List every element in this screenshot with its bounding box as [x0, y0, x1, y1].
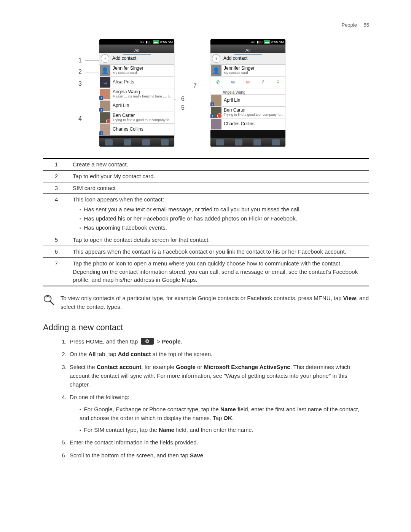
list-item: On the All tab, tap Add contact at the t… [68, 350, 369, 358]
plus-icon: + [101, 54, 109, 63]
tab-icon[interactable] [105, 139, 113, 145]
contact-row[interactable]: Ben CarterTrying to find a good tour com… [99, 112, 174, 124]
avatar-icon: f [211, 95, 221, 106]
bottom-tab-bar [99, 138, 174, 147]
list-item: Has updated his or her Facebook profile … [80, 214, 369, 223]
plus-icon: + [212, 54, 220, 63]
bottom-tab-bar [210, 138, 285, 147]
facebook-badge-icon: f [210, 102, 214, 106]
avatar-icon: f [100, 124, 110, 135]
list-item: Enter the contact information in the fie… [68, 438, 369, 447]
avatar-icon [211, 119, 221, 129]
list-item: Press HOME, and then tap > People. [68, 337, 369, 346]
tab-icon[interactable] [216, 139, 224, 145]
add-contact-label: Add contact [112, 56, 136, 61]
callout-legend-table: 1Create a new contact. 2Tap to edit your… [43, 158, 369, 286]
contact-row[interactable]: ▭ Alisa Pritts [99, 77, 174, 88]
my-contact-card-row[interactable]: 👤 Jennifer SingerMy contact card [99, 65, 174, 77]
contact-row[interactable]: f Ben CarterTrying to find a good tour c… [210, 107, 285, 118]
email-icon[interactable]: ✉ [244, 78, 252, 86]
map-icon[interactable]: ⚲ [274, 78, 282, 86]
status-bar: 3G ▮▯▯ ▬ 8:55 AM [210, 39, 285, 45]
sub-list: For Google, Exchange or Phone contact ty… [70, 405, 369, 435]
tab-icon[interactable] [142, 139, 150, 145]
clock: 8:55 AM [160, 40, 173, 44]
callout-4: 4 [76, 115, 101, 122]
call-icon[interactable]: ✆ [214, 78, 222, 86]
contact-row[interactable]: f April Lin [99, 100, 174, 112]
network-icon: 3G [251, 40, 255, 44]
filter-tab-bar: All [99, 45, 174, 53]
tab-icon[interactable] [272, 139, 280, 145]
table-row: 7Tap the photo or icon to open a menu wh… [43, 257, 369, 286]
manual-page: People 55 1 2 3 4 5 6 7 3G ▮▯▯ ▬ 8:55 AM… [0, 0, 411, 486]
quick-communicate-menu[interactable]: ✆ ✉ ✉ f ⚲ [210, 77, 285, 88]
signal-icon: ▮▯▯ [257, 40, 263, 44]
facebook-badge-icon: f [99, 108, 103, 112]
table-row: 3SIM card contact [43, 182, 369, 194]
callout-2: 2 [76, 69, 101, 75]
battery-icon: ▬ [153, 40, 159, 44]
notification-badge-icon [217, 113, 222, 118]
tab-all[interactable]: All [234, 47, 262, 55]
avatar-icon [100, 112, 110, 123]
sim-card-icon: ▭ [100, 77, 110, 88]
contact-row[interactable]: f Angela WangMaaan ... it's really freez… [99, 88, 174, 100]
filter-tab-bar: All [210, 45, 285, 53]
callout-3: 3 [76, 80, 101, 87]
notification-badge-icon [106, 119, 111, 123]
sub-list: Has sent you a new text or email message… [73, 205, 369, 232]
contact-row[interactable]: f Charles Collins [99, 124, 174, 136]
tab-icon[interactable] [235, 139, 242, 145]
avatar-icon: 👤 [211, 65, 221, 76]
battery-icon: ▬ [264, 40, 270, 44]
tab-icon[interactable] [161, 139, 169, 145]
section-name: People [341, 22, 357, 28]
table-row: 1Create a new contact. [43, 158, 369, 170]
list-item: Scroll to the bottom of the screen, and … [68, 451, 369, 460]
tab-icon[interactable] [253, 139, 261, 145]
page-number: 55 [364, 22, 369, 28]
add-contact-label: Add contact [223, 56, 247, 61]
facebook-badge-icon: f [99, 131, 103, 135]
table-row: 2Tap to edit your My contact card. [43, 170, 369, 182]
message-icon[interactable]: ✉ [229, 78, 237, 86]
clock: 8:55 AM [271, 40, 284, 44]
callout-1: 1 [76, 57, 101, 64]
phone-screenshot-right: 3G ▮▯▯ ▬ 8:55 AM All + Add contact 👤 Jen… [210, 39, 285, 147]
avatar-icon: 👤 [100, 65, 110, 76]
facebook-badge-icon: f [210, 114, 214, 118]
list-item: For SIM contact type, tap the Name field… [80, 425, 369, 434]
avatar-icon: f [100, 89, 110, 99]
tip-text: To view only contacts of a particular ty… [61, 294, 369, 311]
signal-icon: ▮▯▯ [146, 40, 151, 44]
list-item: Has upcoming Facebook events. [80, 224, 369, 232]
my-contact-card-row[interactable]: 👤 Jennifer SingerMy contact card [210, 65, 285, 77]
tip-icon [43, 294, 54, 308]
list-item: For Google, Exchange or Phone contact ty… [80, 405, 369, 423]
list-item: Select the Contact account, for example … [68, 363, 369, 389]
contact-row[interactable]: f April Lin [210, 95, 285, 107]
section-heading: Adding a new contact [43, 323, 369, 332]
callout-7: 7 [191, 82, 212, 89]
list-item: Has sent you a new text or email message… [80, 205, 369, 214]
contact-row-peek: Angela Wang [210, 88, 285, 95]
running-header: People 55 [43, 22, 369, 28]
tab-icon[interactable] [124, 139, 131, 145]
phone-screenshot-left: 3G ▮▯▯ ▬ 8:55 AM All + Add contact 👤 Jen… [99, 39, 174, 147]
avatar-icon: f [211, 107, 221, 118]
table-row: 5Tap to open the contact details screen … [43, 234, 369, 246]
tip-note: To view only contacts of a particular ty… [43, 294, 369, 311]
avatar-icon: f [100, 101, 110, 111]
table-row: 4 This icon appears when the contact: Ha… [43, 194, 369, 234]
steps-list: Press HOME, and then tap > People. On th… [43, 337, 369, 460]
annotated-screenshots: 1 2 3 4 5 6 7 3G ▮▯▯ ▬ 8:55 AM All + Add… [43, 39, 369, 153]
facebook-icon[interactable]: f [259, 78, 267, 86]
list-item: Do one of the following: For Google, Exc… [68, 393, 369, 434]
contact-row[interactable]: Charles Collins [210, 118, 285, 130]
tab-all[interactable]: All [123, 47, 151, 55]
network-icon: 3G [140, 40, 144, 44]
table-row: 6This appears when the contact is a Face… [43, 246, 369, 258]
status-bar: 3G ▮▯▯ ▬ 8:55 AM [99, 39, 174, 45]
all-apps-icon [141, 338, 154, 345]
